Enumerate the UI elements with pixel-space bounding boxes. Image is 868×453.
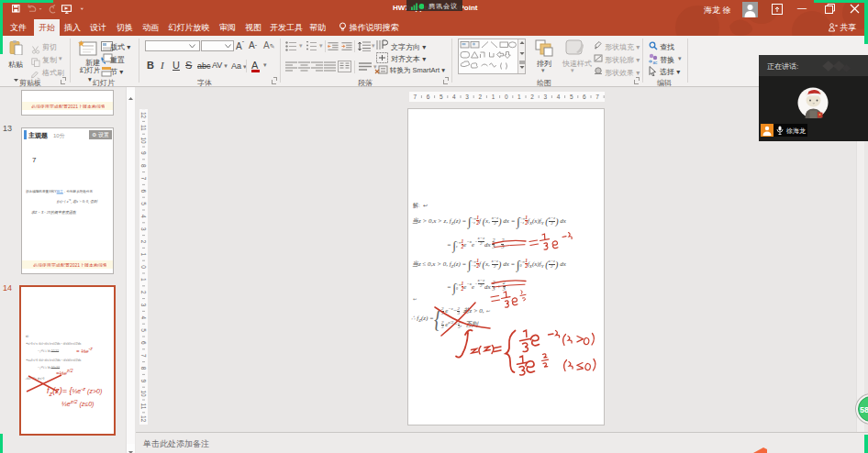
svg-text:1: 1: [140, 252, 147, 256]
svg-text:3: 3: [140, 227, 147, 231]
svg-text:0: 0: [140, 265, 147, 269]
svg-text:ac: ac: [653, 61, 659, 65]
svg-text:5: 5: [570, 94, 573, 100]
svg-text:1: 1: [492, 94, 495, 100]
svg-text:10: 10: [140, 390, 147, 397]
svg-text:3: 3: [543, 94, 547, 100]
svg-text:5: 5: [140, 202, 147, 205]
svg-text:3: 3: [140, 304, 147, 307]
svg-text:9: 9: [140, 151, 147, 155]
svg-text:8: 8: [140, 164, 147, 168]
svg-text:12: 12: [140, 415, 147, 423]
svg-text:5: 5: [440, 94, 443, 100]
svg-text:1: 1: [517, 94, 521, 100]
svg-text:6: 6: [427, 94, 430, 100]
svg-text:10: 10: [140, 137, 147, 144]
svg-text:2: 2: [478, 94, 482, 100]
svg-text:6: 6: [140, 341, 147, 345]
svg-text:6: 6: [140, 189, 147, 193]
svg-text:12: 12: [140, 112, 147, 119]
svg-text:4: 4: [452, 94, 456, 100]
svg-text:7: 7: [140, 354, 147, 358]
svg-text:5: 5: [140, 328, 147, 332]
svg-text:7: 7: [413, 94, 417, 100]
svg-text:6: 6: [583, 94, 586, 100]
svg-text:9: 9: [140, 379, 147, 382]
svg-text:4: 4: [557, 94, 561, 100]
svg-text:1: 1: [140, 278, 147, 282]
svg-text:2: 2: [530, 94, 534, 100]
svg-text:11: 11: [140, 125, 147, 131]
svg-text:4: 4: [140, 315, 147, 319]
svg-text:7: 7: [595, 94, 599, 100]
svg-text:7: 7: [140, 177, 147, 181]
svg-text:11: 11: [140, 403, 147, 410]
svg-text:0: 0: [505, 94, 508, 100]
svg-text:8: 8: [140, 367, 147, 370]
svg-text:4: 4: [140, 215, 147, 218]
svg-text:2: 2: [140, 291, 147, 294]
svg-text:3: 3: [465, 94, 469, 100]
svg-text:2: 2: [140, 240, 147, 244]
